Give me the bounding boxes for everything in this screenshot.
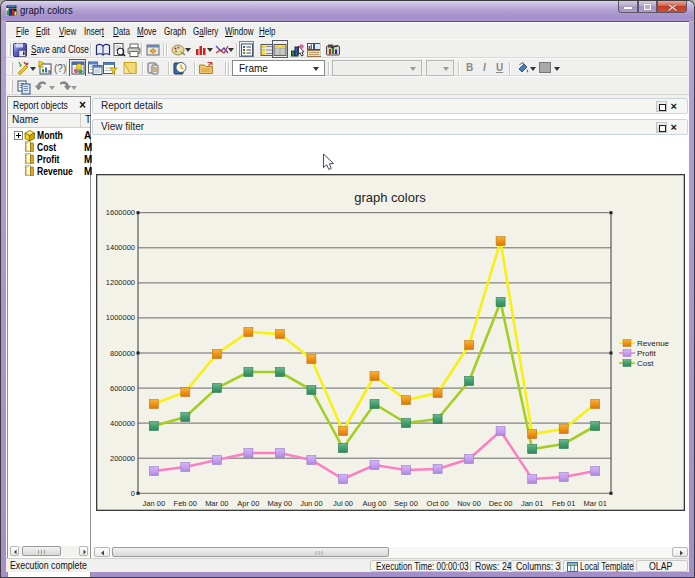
svg-text:Sep 00: Sep 00	[394, 499, 418, 508]
svg-text:1000000: 1000000	[106, 313, 135, 322]
svg-text:1600000: 1600000	[106, 208, 135, 217]
svg-text:Revenue: Revenue	[637, 339, 670, 348]
svg-text:0: 0	[131, 489, 135, 498]
svg-text:Oct 00: Oct 00	[427, 499, 449, 508]
svg-text:May 00: May 00	[268, 499, 293, 508]
svg-text:Jun 00: Jun 00	[300, 499, 323, 508]
svg-text:Nov 00: Nov 00	[457, 499, 481, 508]
svg-text:Profit: Profit	[637, 349, 656, 358]
svg-text:Cost: Cost	[637, 359, 654, 368]
svg-text:Jan 01: Jan 01	[521, 499, 544, 508]
svg-text:800000: 800000	[110, 349, 135, 358]
svg-text:Jul 00: Jul 00	[333, 499, 353, 508]
svg-text:Mar 01: Mar 01	[584, 499, 607, 508]
svg-text:Mar 00: Mar 00	[205, 499, 228, 508]
svg-text:Feb 01: Feb 01	[552, 499, 575, 508]
svg-text:Apr 00: Apr 00	[237, 499, 259, 508]
svg-text:Aug 00: Aug 00	[363, 499, 387, 508]
svg-text:400000: 400000	[110, 419, 135, 428]
svg-text:Jan 00: Jan 00	[143, 499, 166, 508]
svg-text:200000: 200000	[110, 454, 135, 463]
svg-text:Dec 00: Dec 00	[489, 499, 513, 508]
svg-text:(?): (?)	[54, 63, 66, 74]
svg-text:1200000: 1200000	[106, 278, 135, 287]
svg-text:1400000: 1400000	[106, 243, 135, 252]
svg-text:600000: 600000	[110, 384, 135, 393]
svg-text:graph colors: graph colors	[354, 190, 426, 205]
svg-text:Feb 00: Feb 00	[174, 499, 197, 508]
